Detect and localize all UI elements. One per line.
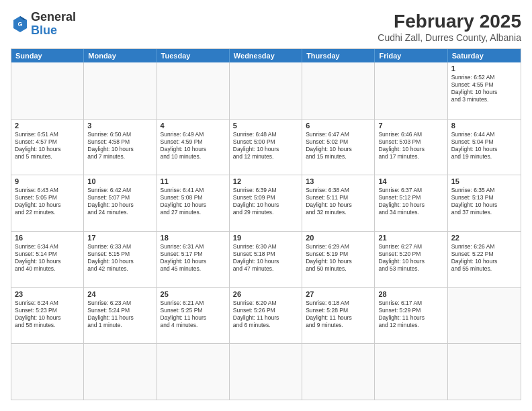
day-cell-13: 13Sunrise: 6:38 AMSunset: 5:11 PMDayligh… xyxy=(302,175,375,231)
day-info: Sunrise: 6:29 AMSunset: 5:19 PMDaylight:… xyxy=(306,243,371,273)
day-number: 10 xyxy=(87,177,152,185)
day-number: 9 xyxy=(15,177,80,185)
header-day-monday: Monday xyxy=(84,49,157,62)
empty-cell xyxy=(302,62,375,119)
day-number: 13 xyxy=(306,177,371,185)
empty-cell xyxy=(302,344,375,400)
day-cell-9: 9Sunrise: 6:43 AMSunset: 5:05 PMDaylight… xyxy=(11,175,84,231)
day-info: Sunrise: 6:38 AMSunset: 5:11 PMDaylight:… xyxy=(306,187,371,216)
day-cell-18: 18Sunrise: 6:31 AMSunset: 5:17 PMDayligh… xyxy=(157,232,230,287)
day-cell-3: 3Sunrise: 6:50 AMSunset: 4:58 PMDaylight… xyxy=(84,120,157,175)
day-number: 12 xyxy=(233,177,298,185)
header-day-saturday: Saturday xyxy=(448,49,521,62)
page: G General Blue February 2025 Cudhi Zall,… xyxy=(0,0,532,411)
calendar-row: 1Sunrise: 6:52 AMSunset: 4:55 PMDaylight… xyxy=(11,62,521,119)
day-cell-27: 27Sunrise: 6:18 AMSunset: 5:28 PMDayligh… xyxy=(302,288,375,344)
empty-cell xyxy=(84,344,157,400)
day-info: Sunrise: 6:44 AMSunset: 5:04 PMDaylight:… xyxy=(451,131,517,161)
day-number: 11 xyxy=(161,177,226,185)
day-info: Sunrise: 6:35 AMSunset: 5:13 PMDaylight:… xyxy=(451,187,517,216)
day-cell-21: 21Sunrise: 6:27 AMSunset: 5:20 PMDayligh… xyxy=(375,232,447,287)
day-info: Sunrise: 6:24 AMSunset: 5:23 PMDaylight:… xyxy=(15,300,80,329)
calendar-header: SundayMondayTuesdayWednesdayThursdayFrid… xyxy=(11,49,521,62)
day-info: Sunrise: 6:21 AMSunset: 5:25 PMDaylight:… xyxy=(161,300,226,329)
day-cell-14: 14Sunrise: 6:37 AMSunset: 5:12 PMDayligh… xyxy=(375,175,447,231)
day-number: 18 xyxy=(161,234,226,242)
day-cell-17: 17Sunrise: 6:33 AMSunset: 5:15 PMDayligh… xyxy=(84,232,157,287)
calendar-title: February 2025 xyxy=(378,11,521,32)
day-number: 27 xyxy=(306,290,371,298)
day-cell-2: 2Sunrise: 6:51 AMSunset: 4:57 PMDaylight… xyxy=(11,120,84,175)
day-number: 14 xyxy=(378,177,443,185)
day-info: Sunrise: 6:37 AMSunset: 5:12 PMDaylight:… xyxy=(378,187,443,216)
day-cell-16: 16Sunrise: 6:34 AMSunset: 5:14 PMDayligh… xyxy=(11,232,84,287)
calendar: SundayMondayTuesdayWednesdayThursdayFrid… xyxy=(11,48,521,400)
day-cell-25: 25Sunrise: 6:21 AMSunset: 5:25 PMDayligh… xyxy=(157,288,230,344)
day-info: Sunrise: 6:52 AMSunset: 4:55 PMDaylight:… xyxy=(451,74,517,103)
day-info: Sunrise: 6:34 AMSunset: 5:14 PMDaylight:… xyxy=(15,243,80,273)
calendar-body: 1Sunrise: 6:52 AMSunset: 4:55 PMDaylight… xyxy=(11,62,521,400)
day-number: 3 xyxy=(87,122,152,130)
day-number: 5 xyxy=(233,122,298,130)
calendar-subtitle: Cudhi Zall, Durres County, Albania xyxy=(378,32,521,43)
day-info: Sunrise: 6:18 AMSunset: 5:28 PMDaylight:… xyxy=(306,300,371,329)
logo-line2: Blue xyxy=(31,24,76,38)
day-number: 8 xyxy=(451,122,517,130)
day-info: Sunrise: 6:43 AMSunset: 5:05 PMDaylight:… xyxy=(15,187,80,216)
day-cell-15: 15Sunrise: 6:35 AMSunset: 5:13 PMDayligh… xyxy=(448,175,521,231)
logo: G General Blue xyxy=(11,11,76,38)
day-info: Sunrise: 6:41 AMSunset: 5:08 PMDaylight:… xyxy=(161,187,226,216)
day-info: Sunrise: 6:42 AMSunset: 5:07 PMDaylight:… xyxy=(87,187,152,216)
day-info: Sunrise: 6:47 AMSunset: 5:02 PMDaylight:… xyxy=(306,131,371,161)
day-cell-24: 24Sunrise: 6:23 AMSunset: 5:24 PMDayligh… xyxy=(84,288,157,344)
day-info: Sunrise: 6:26 AMSunset: 5:22 PMDaylight:… xyxy=(451,243,517,273)
empty-cell xyxy=(448,344,521,400)
day-info: Sunrise: 6:20 AMSunset: 5:26 PMDaylight:… xyxy=(233,300,298,329)
calendar-row xyxy=(11,343,521,400)
day-number: 15 xyxy=(451,177,517,185)
header-day-sunday: Sunday xyxy=(11,49,84,62)
day-number: 26 xyxy=(233,290,298,298)
day-cell-1: 1Sunrise: 6:52 AMSunset: 4:55 PMDaylight… xyxy=(448,62,521,119)
empty-cell xyxy=(230,62,302,119)
day-cell-22: 22Sunrise: 6:26 AMSunset: 5:22 PMDayligh… xyxy=(448,232,521,287)
empty-cell xyxy=(84,62,157,119)
empty-cell xyxy=(448,288,521,344)
header: G General Blue February 2025 Cudhi Zall,… xyxy=(11,11,521,43)
header-day-thursday: Thursday xyxy=(302,49,375,62)
header-day-wednesday: Wednesday xyxy=(230,49,302,62)
day-cell-7: 7Sunrise: 6:46 AMSunset: 5:03 PMDaylight… xyxy=(375,120,447,175)
calendar-row: 9Sunrise: 6:43 AMSunset: 5:05 PMDaylight… xyxy=(11,175,521,231)
day-number: 4 xyxy=(161,122,226,130)
calendar-row: 2Sunrise: 6:51 AMSunset: 4:57 PMDaylight… xyxy=(11,119,521,175)
title-block: February 2025 Cudhi Zall, Durres County,… xyxy=(378,11,521,43)
day-info: Sunrise: 6:17 AMSunset: 5:29 PMDaylight:… xyxy=(378,300,443,329)
day-cell-6: 6Sunrise: 6:47 AMSunset: 5:02 PMDaylight… xyxy=(302,120,375,175)
empty-cell xyxy=(11,62,84,119)
day-number: 7 xyxy=(378,122,443,130)
day-number: 16 xyxy=(15,234,80,242)
calendar-row: 23Sunrise: 6:24 AMSunset: 5:23 PMDayligh… xyxy=(11,287,521,344)
day-number: 17 xyxy=(87,234,152,242)
logo-icon: G xyxy=(12,15,28,34)
day-cell-8: 8Sunrise: 6:44 AMSunset: 5:04 PMDaylight… xyxy=(448,120,521,175)
day-number: 25 xyxy=(161,290,226,298)
day-number: 1 xyxy=(451,64,517,73)
day-number: 24 xyxy=(87,290,152,298)
day-number: 22 xyxy=(451,234,517,242)
svg-text:G: G xyxy=(17,21,22,28)
day-cell-28: 28Sunrise: 6:17 AMSunset: 5:29 PMDayligh… xyxy=(375,288,447,344)
day-info: Sunrise: 6:50 AMSunset: 4:58 PMDaylight:… xyxy=(87,131,152,161)
day-number: 28 xyxy=(378,290,443,298)
day-info: Sunrise: 6:39 AMSunset: 5:09 PMDaylight:… xyxy=(233,187,298,216)
day-number: 6 xyxy=(306,122,371,130)
day-number: 20 xyxy=(306,234,371,242)
empty-cell xyxy=(11,344,84,400)
day-cell-23: 23Sunrise: 6:24 AMSunset: 5:23 PMDayligh… xyxy=(11,288,84,344)
day-cell-11: 11Sunrise: 6:41 AMSunset: 5:08 PMDayligh… xyxy=(157,175,230,231)
day-cell-20: 20Sunrise: 6:29 AMSunset: 5:19 PMDayligh… xyxy=(302,232,375,287)
day-cell-10: 10Sunrise: 6:42 AMSunset: 5:07 PMDayligh… xyxy=(84,175,157,231)
day-info: Sunrise: 6:49 AMSunset: 4:59 PMDaylight:… xyxy=(161,131,226,161)
header-day-friday: Friday xyxy=(375,49,447,62)
day-cell-26: 26Sunrise: 6:20 AMSunset: 5:26 PMDayligh… xyxy=(230,288,302,344)
